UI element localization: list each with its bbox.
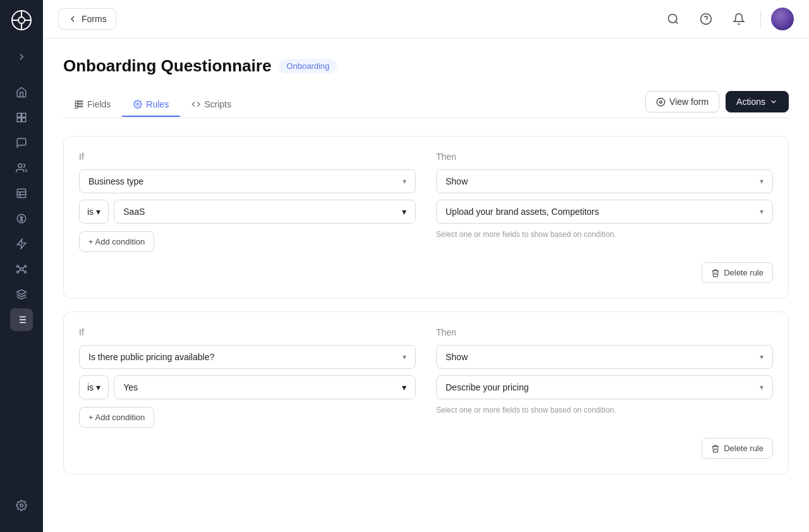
svg-point-10 (18, 164, 22, 167)
page-title: Onboarding Questionnaire (63, 56, 271, 76)
view-form-icon (656, 97, 666, 107)
condition-field-select-1[interactable]: Business type ▾ (79, 169, 416, 193)
svg-line-25 (19, 270, 21, 272)
box-icon[interactable] (10, 106, 33, 129)
node-icon[interactable] (10, 258, 33, 281)
then-field-value-1: Upload your brand assets, Competitors (446, 207, 599, 217)
scripts-icon (192, 100, 200, 109)
help-icon[interactable] (695, 8, 717, 30)
tab-scripts[interactable]: Scripts (180, 93, 243, 117)
delete-rule-button-1[interactable]: Delete rule (702, 262, 773, 283)
svg-line-24 (23, 267, 25, 269)
then-field-select-1[interactable]: Upload your brand assets, Competitors ▾ (436, 200, 773, 224)
svg-point-35 (669, 15, 677, 23)
condition-operator-chevron-1: ▾ (96, 207, 100, 217)
condition-value-select-2[interactable]: Yes ▾ (114, 375, 416, 399)
condition-field-value-2: Is there public pricing available? (88, 352, 214, 362)
svg-line-36 (676, 21, 678, 24)
tab-scripts-label: Scripts (204, 99, 231, 109)
svg-rect-9 (22, 118, 26, 122)
rules-list: If Business type ▾ is ▾ SaaS (63, 136, 789, 475)
add-condition-label-1: + Add condition (88, 237, 145, 246)
then-action-value-1: Show (446, 176, 468, 186)
if-section-1: If Business type ▾ is ▾ SaaS (79, 152, 416, 252)
svg-rect-11 (17, 189, 26, 198)
home-icon[interactable] (10, 81, 33, 104)
settings-icon[interactable] (10, 494, 33, 517)
trash-icon-1 (711, 269, 720, 277)
back-label: Forms (82, 14, 107, 24)
tab-rules[interactable]: Rules (122, 93, 180, 117)
then-action-select-2[interactable]: Show ▾ (436, 345, 773, 369)
search-icon[interactable] (662, 8, 684, 30)
condition-field-value-1: Business type (88, 176, 143, 186)
if-label-2: If (79, 327, 416, 337)
bell-icon[interactable] (727, 8, 750, 30)
rule-layout-1: If Business type ▾ is ▾ SaaS (79, 152, 773, 252)
then-action-select-1[interactable]: Show ▾ (436, 169, 773, 193)
expand-icon[interactable] (10, 45, 33, 68)
table-icon[interactable] (10, 182, 33, 205)
condition-field-chevron-2: ▾ (403, 353, 406, 361)
svg-point-19 (17, 265, 19, 267)
lightning-icon[interactable] (10, 233, 33, 255)
actions-label: Actions (736, 97, 765, 107)
fields-icon (75, 100, 83, 109)
svg-rect-41 (75, 103, 78, 106)
condition-row-1: is ▾ SaaS ▾ (79, 200, 416, 224)
rule-layout-2: If Is there public pricing available? ▾ … (79, 327, 773, 428)
svg-point-20 (25, 265, 27, 267)
svg-rect-39 (75, 100, 78, 103)
then-helper-text-1: Select one or more fields to show based … (436, 230, 773, 239)
view-form-button[interactable]: View form (645, 91, 719, 112)
condition-value-text-1: SaaS (123, 207, 145, 217)
tab-rules-label: Rules (146, 99, 169, 109)
then-action-value-2: Show (446, 352, 468, 362)
svg-point-21 (17, 271, 19, 273)
condition-operator-select-1[interactable]: is ▾ (79, 200, 109, 224)
condition-operator-select-2[interactable]: is ▾ (79, 375, 109, 399)
add-condition-button-1[interactable]: + Add condition (79, 231, 154, 252)
tabs-bar: Fields Rules Scripts (63, 91, 789, 118)
sidebar-logo[interactable] (9, 8, 34, 33)
condition-field-chevron-1: ▾ (403, 177, 406, 186)
condition-value-text-2: Yes (123, 382, 138, 392)
condition-field-select-2[interactable]: Is there public pricing available? ▾ (79, 345, 416, 369)
topbar: Forms (43, 0, 809, 39)
add-condition-button-2[interactable]: + Add condition (79, 407, 154, 428)
condition-row-2: is ▾ Yes ▾ (79, 375, 416, 399)
svg-point-34 (20, 504, 23, 507)
avatar[interactable] (771, 8, 794, 30)
chevron-down-icon (769, 97, 778, 106)
back-button[interactable]: Forms (58, 8, 116, 30)
then-action-chevron-1: ▾ (760, 177, 763, 186)
svg-rect-44 (78, 106, 83, 106)
svg-rect-6 (17, 113, 21, 117)
delete-rule-label-2: Delete rule (724, 444, 763, 453)
list-icon[interactable] (10, 308, 33, 331)
tab-fields-label: Fields (87, 99, 111, 109)
tab-list: Fields Rules Scripts (63, 93, 645, 116)
then-action-chevron-2: ▾ (760, 353, 763, 361)
main-content: Forms (43, 0, 809, 532)
actions-button[interactable]: Actions (726, 91, 789, 112)
sidebar (0, 0, 43, 532)
topbar-divider (760, 10, 761, 28)
svg-point-45 (137, 103, 140, 106)
topbar-actions (662, 8, 794, 30)
delete-rule-button-2[interactable]: Delete rule (702, 438, 773, 459)
if-section-2: If Is there public pricing available? ▾ … (79, 327, 416, 428)
chat-icon[interactable] (10, 131, 33, 154)
then-field-select-2[interactable]: Describe your pricing ▾ (436, 375, 773, 399)
condition-operator-chevron-2: ▾ (96, 382, 100, 392)
condition-value-select-1[interactable]: SaaS ▾ (114, 200, 416, 224)
rule-card-2: If Is there public pricing available? ▾ … (63, 311, 789, 475)
then-label-2: Then (436, 327, 773, 337)
delete-rule-label-1: Delete rule (724, 268, 763, 277)
tab-fields[interactable]: Fields (63, 93, 122, 117)
users-icon[interactable] (10, 157, 33, 179)
svg-rect-7 (22, 113, 26, 117)
layers-icon[interactable] (10, 283, 33, 306)
tab-actions: View form Actions (645, 91, 789, 118)
dollar-icon[interactable] (10, 207, 33, 230)
